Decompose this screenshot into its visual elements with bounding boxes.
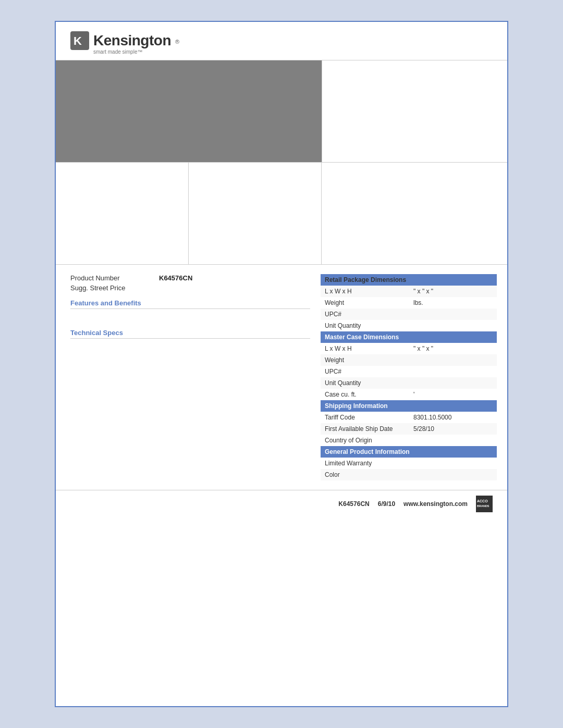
ship-date-label: First Available Ship Date xyxy=(321,423,409,435)
right-column: Retail Package Dimensions L x W x H " x … xyxy=(321,274,497,480)
left-column: Product Number K64576CN Sugg. Street Pri… xyxy=(70,274,321,480)
sub-image-2 xyxy=(189,163,322,264)
retail-package-table: Retail Package Dimensions L x W x H " x … xyxy=(321,274,497,480)
retail-package-header-row: Retail Package Dimensions xyxy=(321,274,497,286)
main-product-image xyxy=(56,60,322,162)
master-unit-qty-label: Unit Quantity xyxy=(321,377,409,389)
svg-rect-2 xyxy=(476,496,493,512)
image-section xyxy=(56,60,507,162)
footer-date: 6/9/10 xyxy=(378,500,395,508)
master-weight-row: Weight xyxy=(321,354,497,366)
country-origin-label: Country of Origin xyxy=(321,435,409,446)
acco-logo-svg: ACCO BRANDS xyxy=(476,496,493,512)
sub-image-right xyxy=(322,163,507,264)
footer: K64576CN 6/9/10 www.kensington.com ACCO … xyxy=(56,490,507,517)
product-info: Product Number K64576CN Sugg. Street Pri… xyxy=(70,274,310,292)
ship-date-value: 5/28/10 xyxy=(409,423,497,435)
shipping-header-row: Shipping Information xyxy=(321,400,497,412)
logo-text: Kensington xyxy=(93,32,171,49)
product-number-label: Product Number xyxy=(70,274,159,282)
tariff-code-label: Tariff Code xyxy=(321,412,409,423)
retail-lxwxh-row: L x W x H " x " x " xyxy=(321,286,497,297)
technical-specs-content xyxy=(70,341,310,351)
master-case-header-row: Master Case Dimensions xyxy=(321,331,497,343)
retail-weight-value: lbs. xyxy=(409,297,497,309)
country-origin-value xyxy=(409,435,497,446)
kensington-logo-icon: K xyxy=(70,31,89,50)
ship-date-row: First Available Ship Date 5/28/10 xyxy=(321,423,497,435)
shipping-header: Shipping Information xyxy=(321,400,497,412)
logo-tagline: smart made simple™ xyxy=(93,49,493,55)
master-lxwxh-value: " x " x " xyxy=(409,343,497,354)
color-row: Color xyxy=(321,469,497,480)
master-case-cuft-label: Case cu. ft. xyxy=(321,389,409,400)
warranty-label: Limited Warranty xyxy=(321,458,409,469)
retail-weight-row: Weight lbs. xyxy=(321,297,497,309)
master-upc-value xyxy=(409,366,497,377)
master-unit-qty-row: Unit Quantity xyxy=(321,377,497,389)
page-container: K Kensington ® smart made simple™ Produc… xyxy=(55,21,508,707)
warranty-row: Limited Warranty xyxy=(321,458,497,469)
retail-upc-value xyxy=(409,309,497,320)
retail-unit-qty-row: Unit Quantity xyxy=(321,320,497,331)
header: K Kensington ® smart made simple™ xyxy=(56,22,507,60)
product-number-value: K64576CN xyxy=(159,274,192,282)
master-weight-value xyxy=(409,354,497,366)
retail-unit-qty-value xyxy=(409,320,497,331)
product-number-row: Product Number K64576CN xyxy=(70,274,310,282)
master-lxwxh-label: L x W x H xyxy=(321,343,409,354)
general-header: General Product Information xyxy=(321,446,497,458)
color-label: Color xyxy=(321,469,409,480)
features-benefits-content xyxy=(70,311,310,322)
master-lxwxh-row: L x W x H " x " x " xyxy=(321,343,497,354)
svg-text:BRANDS: BRANDS xyxy=(477,504,489,508)
country-origin-row: Country of Origin xyxy=(321,435,497,446)
product-price-row: Sugg. Street Price xyxy=(70,284,310,292)
logo-kensington: K Kensington ® xyxy=(70,31,493,50)
master-case-header: Master Case Dimensions xyxy=(321,331,497,343)
features-benefits-title: Features and Benefits xyxy=(70,299,310,309)
retail-lxwxh-value: " x " x " xyxy=(409,286,497,297)
side-product-image xyxy=(322,60,507,162)
master-case-cuft-row: Case cu. ft. ' xyxy=(321,389,497,400)
color-value xyxy=(409,469,497,480)
footer-website: www.kensington.com xyxy=(403,500,468,508)
technical-specs-title: Technical Specs xyxy=(70,329,310,339)
content-area: Product Number K64576CN Sugg. Street Pri… xyxy=(56,264,507,480)
retail-package-header: Retail Package Dimensions xyxy=(321,274,497,286)
master-upc-label: UPC# xyxy=(321,366,409,377)
general-header-row: General Product Information xyxy=(321,446,497,458)
acco-logo: ACCO BRANDS xyxy=(476,496,493,512)
footer-product-number: K64576CN xyxy=(338,500,369,508)
master-unit-qty-value xyxy=(409,377,497,389)
tariff-code-value: 8301.10.5000 xyxy=(409,412,497,423)
retail-upc-row: UPC# xyxy=(321,309,497,320)
master-weight-label: Weight xyxy=(321,354,409,366)
logo-area: K Kensington ® smart made simple™ xyxy=(70,31,493,55)
svg-text:ACCO: ACCO xyxy=(477,499,488,503)
retail-upc-label: UPC# xyxy=(321,309,409,320)
svg-text:K: K xyxy=(74,34,82,47)
master-upc-row: UPC# xyxy=(321,366,497,377)
master-case-cuft-value: ' xyxy=(409,389,497,400)
product-price-label: Sugg. Street Price xyxy=(70,284,159,292)
retail-unit-qty-label: Unit Quantity xyxy=(321,320,409,331)
retail-weight-label: Weight xyxy=(321,297,409,309)
sub-images-row xyxy=(56,162,507,264)
warranty-value xyxy=(409,458,497,469)
tariff-code-row: Tariff Code 8301.10.5000 xyxy=(321,412,497,423)
sub-image-1 xyxy=(56,163,189,264)
retail-lxwxh-label: L x W x H xyxy=(321,286,409,297)
